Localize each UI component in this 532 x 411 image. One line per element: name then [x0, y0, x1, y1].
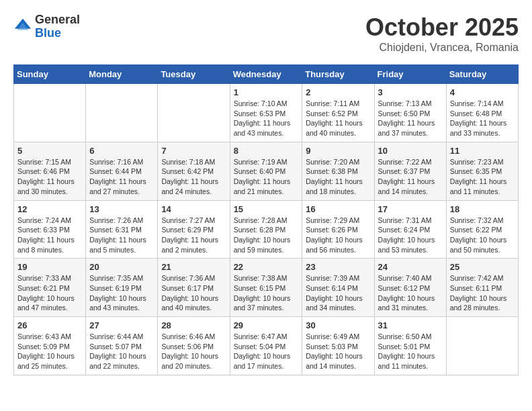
week-row-5: 26Sunrise: 6:43 AM Sunset: 5:09 PM Dayli… — [14, 317, 519, 375]
title-block: October 2025 Chiojdeni, Vrancea, Romania — [365, 13, 519, 54]
day-number: 4 — [450, 87, 515, 97]
day-number: 17 — [378, 204, 443, 214]
day-number: 5 — [17, 146, 82, 156]
calendar-cell: 11Sunrise: 7:23 AM Sunset: 6:35 PM Dayli… — [446, 142, 518, 200]
calendar-cell: 29Sunrise: 6:47 AM Sunset: 5:04 PM Dayli… — [230, 317, 302, 375]
calendar-cell: 18Sunrise: 7:32 AM Sunset: 6:22 PM Dayli… — [446, 200, 518, 259]
day-number: 25 — [450, 262, 515, 272]
week-row-4: 19Sunrise: 7:33 AM Sunset: 6:21 PM Dayli… — [14, 259, 519, 317]
weekday-header-row: SundayMondayTuesdayWednesdayThursdayFrid… — [14, 65, 519, 84]
day-number: 7 — [161, 146, 226, 156]
day-info: Sunrise: 7:40 AM Sunset: 6:12 PM Dayligh… — [378, 273, 443, 313]
day-number: 27 — [89, 320, 154, 330]
day-info: Sunrise: 6:50 AM Sunset: 5:01 PM Dayligh… — [378, 332, 443, 371]
weekday-monday: Monday — [86, 65, 158, 84]
day-info: Sunrise: 7:27 AM Sunset: 6:29 PM Dayligh… — [161, 216, 226, 255]
day-number: 19 — [17, 262, 82, 272]
day-info: Sunrise: 6:44 AM Sunset: 5:07 PM Dayligh… — [89, 332, 154, 371]
day-info: Sunrise: 6:43 AM Sunset: 5:09 PM Dayligh… — [17, 332, 82, 371]
logo-icon — [13, 17, 32, 36]
weekday-tuesday: Tuesday — [158, 65, 230, 84]
day-info: Sunrise: 7:36 AM Sunset: 6:17 PM Dayligh… — [161, 273, 226, 313]
day-info: Sunrise: 6:47 AM Sunset: 5:04 PM Dayligh… — [234, 332, 299, 371]
day-number: 6 — [89, 146, 154, 156]
day-info: Sunrise: 7:38 AM Sunset: 6:15 PM Dayligh… — [234, 273, 299, 313]
day-info: Sunrise: 7:15 AM Sunset: 6:46 PM Dayligh… — [17, 157, 82, 197]
calendar-cell: 16Sunrise: 7:29 AM Sunset: 6:26 PM Dayli… — [302, 200, 374, 259]
calendar-cell: 12Sunrise: 7:24 AM Sunset: 6:33 PM Dayli… — [14, 200, 86, 259]
calendar-cell: 4Sunrise: 7:14 AM Sunset: 6:48 PM Daylig… — [446, 84, 518, 142]
logo-blue-text: Blue — [35, 27, 80, 40]
day-info: Sunrise: 6:46 AM Sunset: 5:06 PM Dayligh… — [161, 332, 226, 371]
calendar-cell — [86, 84, 158, 142]
calendar-cell: 9Sunrise: 7:20 AM Sunset: 6:38 PM Daylig… — [302, 142, 374, 200]
calendar-cell: 14Sunrise: 7:27 AM Sunset: 6:29 PM Dayli… — [158, 200, 230, 259]
calendar-cell: 24Sunrise: 7:40 AM Sunset: 6:12 PM Dayli… — [374, 259, 446, 317]
day-number: 13 — [89, 204, 154, 214]
day-number: 28 — [161, 320, 226, 330]
day-info: Sunrise: 7:42 AM Sunset: 6:11 PM Dayligh… — [450, 273, 515, 313]
location: Chiojdeni, Vrancea, Romania — [365, 42, 519, 54]
day-number: 15 — [234, 204, 299, 214]
day-number: 8 — [234, 146, 299, 156]
day-info: Sunrise: 7:33 AM Sunset: 6:21 PM Dayligh… — [17, 273, 82, 313]
day-number: 1 — [234, 87, 299, 97]
day-info: Sunrise: 7:18 AM Sunset: 6:42 PM Dayligh… — [161, 157, 226, 197]
calendar-cell: 20Sunrise: 7:35 AM Sunset: 6:19 PM Dayli… — [86, 259, 158, 317]
day-info: Sunrise: 7:19 AM Sunset: 6:40 PM Dayligh… — [234, 157, 299, 197]
calendar-cell: 22Sunrise: 7:38 AM Sunset: 6:15 PM Dayli… — [230, 259, 302, 317]
day-info: Sunrise: 7:31 AM Sunset: 6:24 PM Dayligh… — [378, 216, 443, 255]
calendar-cell — [158, 84, 230, 142]
page-header: General Blue October 2025 Chiojdeni, Vra… — [13, 13, 519, 54]
day-number: 20 — [89, 262, 154, 272]
day-info: Sunrise: 7:22 AM Sunset: 6:37 PM Dayligh… — [378, 157, 443, 197]
day-number: 30 — [306, 320, 370, 330]
day-info: Sunrise: 7:32 AM Sunset: 6:22 PM Dayligh… — [450, 216, 515, 255]
calendar-cell: 17Sunrise: 7:31 AM Sunset: 6:24 PM Dayli… — [374, 200, 446, 259]
weekday-thursday: Thursday — [302, 65, 374, 84]
logo: General Blue — [13, 13, 80, 40]
calendar-cell: 28Sunrise: 6:46 AM Sunset: 5:06 PM Dayli… — [158, 317, 230, 375]
calendar-cell: 8Sunrise: 7:19 AM Sunset: 6:40 PM Daylig… — [230, 142, 302, 200]
day-number: 26 — [17, 320, 82, 330]
week-row-2: 5Sunrise: 7:15 AM Sunset: 6:46 PM Daylig… — [14, 142, 519, 200]
calendar-cell: 15Sunrise: 7:28 AM Sunset: 6:28 PM Dayli… — [230, 200, 302, 259]
calendar-cell: 31Sunrise: 6:50 AM Sunset: 5:01 PM Dayli… — [374, 317, 446, 375]
calendar-cell: 10Sunrise: 7:22 AM Sunset: 6:37 PM Dayli… — [374, 142, 446, 200]
day-info: Sunrise: 7:39 AM Sunset: 6:14 PM Dayligh… — [306, 273, 370, 313]
day-number: 29 — [234, 320, 299, 330]
calendar-cell — [14, 84, 86, 142]
weekday-saturday: Saturday — [446, 65, 518, 84]
day-number: 2 — [306, 87, 370, 97]
day-number: 12 — [17, 204, 82, 214]
calendar-cell: 6Sunrise: 7:16 AM Sunset: 6:44 PM Daylig… — [86, 142, 158, 200]
calendar-cell: 26Sunrise: 6:43 AM Sunset: 5:09 PM Dayli… — [14, 317, 86, 375]
day-info: Sunrise: 7:16 AM Sunset: 6:44 PM Dayligh… — [89, 157, 154, 197]
day-number: 24 — [378, 262, 443, 272]
day-info: Sunrise: 7:28 AM Sunset: 6:28 PM Dayligh… — [234, 216, 299, 255]
day-info: Sunrise: 7:13 AM Sunset: 6:50 PM Dayligh… — [378, 99, 443, 138]
weekday-sunday: Sunday — [14, 65, 86, 84]
calendar-cell: 1Sunrise: 7:10 AM Sunset: 6:53 PM Daylig… — [230, 84, 302, 142]
calendar-cell: 21Sunrise: 7:36 AM Sunset: 6:17 PM Dayli… — [158, 259, 230, 317]
calendar-cell: 19Sunrise: 7:33 AM Sunset: 6:21 PM Dayli… — [14, 259, 86, 317]
calendar-cell: 5Sunrise: 7:15 AM Sunset: 6:46 PM Daylig… — [14, 142, 86, 200]
day-number: 9 — [306, 146, 370, 156]
calendar-cell: 27Sunrise: 6:44 AM Sunset: 5:07 PM Dayli… — [86, 317, 158, 375]
month-title: October 2025 — [365, 13, 519, 42]
day-number: 23 — [306, 262, 370, 272]
day-info: Sunrise: 7:20 AM Sunset: 6:38 PM Dayligh… — [306, 157, 370, 197]
day-info: Sunrise: 7:26 AM Sunset: 6:31 PM Dayligh… — [89, 216, 154, 255]
weekday-wednesday: Wednesday — [230, 65, 302, 84]
day-number: 31 — [378, 320, 443, 330]
calendar-table: SundayMondayTuesdayWednesdayThursdayFrid… — [13, 64, 519, 375]
day-number: 3 — [378, 87, 443, 97]
day-info: Sunrise: 7:29 AM Sunset: 6:26 PM Dayligh… — [306, 216, 370, 255]
day-info: Sunrise: 6:49 AM Sunset: 5:03 PM Dayligh… — [306, 332, 370, 371]
day-number: 10 — [378, 146, 443, 156]
calendar-cell: 25Sunrise: 7:42 AM Sunset: 6:11 PM Dayli… — [446, 259, 518, 317]
day-number: 11 — [450, 146, 515, 156]
calendar-cell: 7Sunrise: 7:18 AM Sunset: 6:42 PM Daylig… — [158, 142, 230, 200]
day-number: 16 — [306, 204, 370, 214]
logo-general-text: General — [35, 13, 80, 27]
